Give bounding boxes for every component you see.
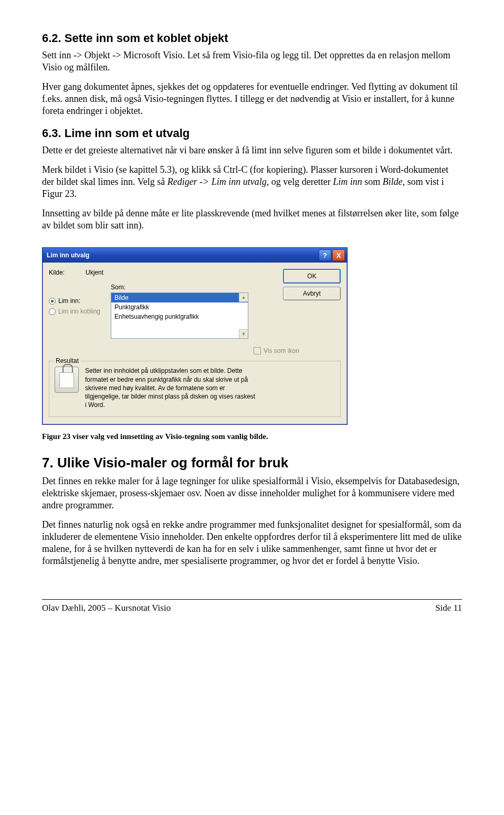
dialog-title: Lim inn utvalg <box>47 252 89 259</box>
para-6-2-1: Sett inn -> Objekt -> Microsoft Visio. L… <box>42 49 462 74</box>
checkbox-icon <box>254 347 261 354</box>
heading-6-2: 6.2. Sette inn som et koblet objekt <box>42 32 462 45</box>
para-6-3-2d: Lim inn <box>333 176 362 187</box>
para-6-3-3: Innsetting av bilde på denne måte er lit… <box>42 207 462 232</box>
radio-paste-label: Lim inn: <box>58 297 80 305</box>
list-item[interactable]: Enhetsuavhengig punktgrafikk <box>111 312 248 321</box>
as-wrap: Som: Bilde Punktgrafikk Enhetsuavhengig … <box>111 284 248 339</box>
heading-6-3: 6.3. Lime inn som et utvalg <box>42 127 462 140</box>
list-item[interactable]: Bilde <box>111 293 248 302</box>
para-6-3-2: Merk bildet i Visio (se kapittel 5.3), o… <box>42 164 462 200</box>
scroll-down-icon[interactable]: ▼ <box>239 329 248 338</box>
source-label: Kilde: <box>49 269 86 276</box>
dialog-titlebar: Lim inn utvalg ? X <box>43 248 347 263</box>
para-7-2: Det finnes naturlig nok også en rekke an… <box>42 519 462 567</box>
heading-7: 7. Ulike Visio-maler og formål for bruk <box>42 455 462 471</box>
radio-icon <box>49 298 56 305</box>
list-item[interactable]: Punktgrafikk <box>111 302 248 312</box>
format-listbox[interactable]: Bilde Punktgrafikk Enhetsuavhengig punkt… <box>111 292 248 339</box>
ok-button[interactable]: OK <box>283 269 341 284</box>
titlebar-buttons: ? X <box>319 249 345 261</box>
result-fieldset: Resultat Setter inn innholdet på utklipp… <box>49 361 341 417</box>
show-as-icon-label: Vis som ikon <box>264 347 299 354</box>
page-footer: Olav Dæhli, 2005 – Kursnotat Visio Side … <box>42 603 462 613</box>
as-label: Som: <box>111 284 248 291</box>
page: 6.2. Sette inn som et koblet objekt Sett… <box>0 0 504 634</box>
dialog-body: OK Avbryt Kilde: Ukjent Lim inn: <box>43 263 347 424</box>
para-6-3-2c: , og velg deretter <box>267 176 333 187</box>
close-button[interactable]: X <box>332 249 345 261</box>
radio-paste[interactable]: Lim inn: <box>49 297 111 305</box>
para-6-3-2e: som <box>362 176 383 187</box>
footer-divider <box>42 599 462 600</box>
radio-paste-link-label: Lim inn kobling <box>58 308 100 315</box>
para-6-3-1: Dette er det greieste alternativet når v… <box>42 144 462 156</box>
result-legend: Resultat <box>54 357 81 364</box>
cancel-button[interactable]: Avbryt <box>283 287 341 300</box>
para-6-3-2f: Bilde <box>383 176 403 187</box>
dialog-figure: Lim inn utvalg ? X OK Avbryt Kilde: Ukje… <box>42 247 462 425</box>
result-text: Setter inn innholdet på utklippstavlen s… <box>85 367 258 409</box>
paste-special-dialog: Lim inn utvalg ? X OK Avbryt Kilde: Ukje… <box>42 247 348 425</box>
para-6-2-2: Hver gang dokumentet åpnes, sjekkes det … <box>42 81 462 117</box>
result-row: Setter inn innholdet på utklippstavlen s… <box>55 367 335 409</box>
radio-column: Lim inn: Lim inn kobling <box>49 284 111 339</box>
scroll-up-icon[interactable]: ▲ <box>239 293 248 302</box>
radio-icon <box>49 308 56 315</box>
footer-left: Olav Dæhli, 2005 – Kursnotat Visio <box>42 603 171 613</box>
show-as-icon-row: Vis som ikon <box>254 347 341 354</box>
clipboard-icon <box>55 367 79 393</box>
help-button[interactable]: ? <box>319 249 331 261</box>
dialog-button-column: OK Avbryt <box>283 269 341 300</box>
para-6-3-2b: Rediger -> Lim inn utvalg <box>167 176 267 187</box>
footer-right: Side 11 <box>435 603 462 613</box>
figure-caption: Figur 23 viser valg ved innsetting av Vi… <box>42 432 462 441</box>
radio-paste-link: Lim inn kobling <box>49 308 111 315</box>
source-value: Ukjent <box>86 269 103 276</box>
para-7-1: Det finnes en rekke maler for å lage teg… <box>42 475 462 511</box>
